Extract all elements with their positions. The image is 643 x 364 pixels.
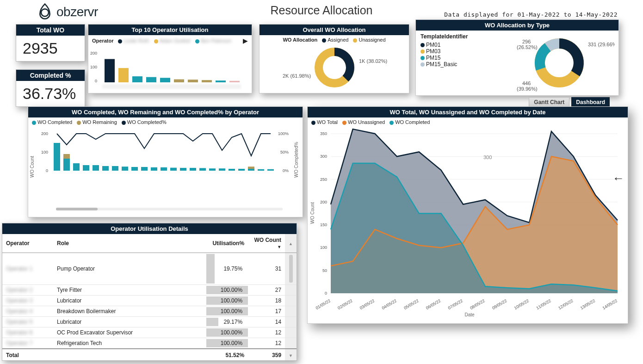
svg-rect-45 — [199, 168, 206, 171]
svg-rect-7 — [160, 78, 170, 82]
svg-text:50%: 50% — [280, 150, 289, 154]
svg-text:296(26.52%): 296(26.52%) — [517, 39, 538, 50]
svg-rect-49 — [238, 169, 245, 171]
byop-title: WO Completed, WO Remaining and WO Comple… — [28, 107, 303, 117]
svg-rect-31 — [63, 154, 70, 159]
card-overall-allocation: Overall WO Allocation WO Allocation Assi… — [259, 24, 409, 93]
svg-rect-38 — [131, 167, 138, 171]
svg-rect-10 — [202, 80, 212, 82]
svg-text:200: 200 — [320, 200, 327, 204]
overall-legend: WO Allocation Assigned Unassigned — [260, 35, 409, 44]
svg-rect-48 — [229, 169, 235, 171]
svg-text:2K (61.98%): 2K (61.98%) — [283, 73, 311, 79]
top10-title: Top 10 Operator Utilisation — [88, 25, 252, 35]
svg-rect-53 — [267, 169, 274, 171]
svg-text:08/05/22: 08/05/22 — [469, 298, 485, 310]
svg-text:0: 0 — [46, 168, 48, 173]
svg-rect-36 — [112, 166, 118, 171]
byop-chart: WO Count WO Completed% 200 100 0 100% 50… — [28, 127, 303, 215]
svg-rect-34 — [93, 165, 99, 171]
bydate-chart: WO Count Date 300 01/05/2202/05/2203/05/… — [308, 127, 629, 319]
svg-text:13/05/22: 13/05/22 — [580, 298, 596, 310]
gantt-chart-button[interactable]: Gantt Chart — [529, 97, 569, 107]
chevron-right-icon[interactable]: ▶ — [243, 37, 248, 44]
scroll-down-icon[interactable]: ▼ — [289, 353, 293, 358]
overall-donut: 2K (61.98%) 1K (38.02%) — [260, 44, 410, 91]
svg-rect-40 — [151, 167, 157, 171]
svg-text:Date: Date — [464, 312, 475, 317]
svg-rect-4 — [118, 68, 129, 82]
kpi-total-wo: Total WO 2935 — [16, 24, 85, 62]
svg-rect-44 — [190, 168, 196, 171]
svg-text:0: 0 — [325, 291, 327, 296]
svg-text:07/05/22: 07/05/22 — [447, 298, 464, 310]
svg-text:300: 300 — [483, 154, 492, 160]
card-operator-utilisation-details: Operator Utilisation Details Operator Ro… — [2, 223, 297, 361]
svg-text:06/05/22: 06/05/22 — [425, 298, 441, 310]
svg-rect-54 — [51, 175, 278, 201]
table-row[interactable]: Operator 1 Pump Operator 19.75% 31 — [2, 253, 297, 285]
card-top10-utilisation: Top 10 Operator Utilisation Operator Les… — [88, 24, 252, 93]
svg-rect-52 — [258, 169, 264, 171]
svg-text:02/05/22: 02/05/22 — [337, 298, 353, 310]
table-title: Operator Utilisation Details — [2, 223, 297, 234]
svg-text:10/05/22: 10/05/22 — [513, 298, 530, 310]
svg-text:1K (38.02%): 1K (38.02%) — [359, 58, 387, 64]
svg-rect-30 — [63, 159, 70, 171]
arrow-left-icon[interactable]: ← — [612, 171, 624, 185]
bytype-donut: 331 (29.66%) 296(26.52%) 446(39.96%) — [481, 31, 615, 94]
svg-text:100: 100 — [320, 245, 327, 250]
svg-rect-8 — [174, 80, 184, 83]
svg-text:250: 250 — [320, 177, 327, 182]
brand-name: obzervr — [56, 5, 98, 19]
table-row[interactable]: Operator 6 OC Prod Excavator Supervisor … — [2, 327, 297, 338]
svg-text:WO Count: WO Count — [30, 156, 35, 178]
svg-rect-33 — [83, 165, 89, 171]
kpi-completed-pct-label: Completed % — [16, 70, 85, 81]
kpi-total-wo-label: Total WO — [16, 25, 85, 36]
kpi-total-wo-value: 2935 — [16, 36, 85, 61]
card-completed-by-operator: WO Completed, WO Remaining and WO Comple… — [28, 106, 303, 217]
svg-text:200: 200 — [41, 131, 48, 136]
svg-text:0%: 0% — [283, 168, 289, 173]
svg-rect-32 — [73, 163, 80, 171]
svg-rect-50 — [248, 169, 254, 171]
scroll-up-icon[interactable]: ▲ — [289, 241, 293, 246]
svg-text:14/05/22: 14/05/22 — [602, 298, 618, 310]
byop-legend: WO Completed WO Remaining WO Completed% — [28, 117, 303, 127]
svg-rect-11 — [216, 80, 226, 82]
svg-rect-6 — [146, 77, 156, 82]
col-role[interactable]: Role — [53, 234, 206, 253]
svg-text:0: 0 — [95, 79, 97, 83]
svg-text:09/05/22: 09/05/22 — [491, 298, 507, 310]
svg-rect-9 — [188, 80, 198, 82]
svg-text:11/05/22: 11/05/22 — [536, 298, 552, 310]
top10-legend: Operator Leslie Roth Adam Goebel Ben Pat… — [88, 35, 252, 46]
svg-rect-43 — [180, 168, 186, 171]
svg-rect-46 — [209, 168, 216, 171]
bytype-legend: TemplateIdentifier PM01 PM03 PM15 PM15_B… — [416, 31, 481, 94]
top10-bar-chart: 200 100 0 — [88, 46, 248, 90]
svg-text:331 (29.66%): 331 (29.66%) — [588, 42, 615, 47]
svg-rect-37 — [122, 167, 128, 171]
bydate-legend: WO Total WO Unassigned WO Completed — [308, 117, 628, 127]
svg-text:05/05/22: 05/05/22 — [403, 298, 419, 310]
col-utilisation[interactable]: Utilisation% — [206, 234, 248, 253]
table-row[interactable]: Operator 2 Tyre Fitter 100.00% 27 — [2, 285, 297, 296]
col-operator[interactable]: Operator — [2, 234, 53, 253]
table-row[interactable]: Operator 5 Lubricator 29.17% 14 — [2, 317, 297, 327]
svg-rect-51 — [248, 167, 254, 169]
svg-rect-3 — [105, 59, 115, 82]
col-wo-count[interactable]: WO Count▼ — [248, 234, 285, 253]
table-total-row: Total 51.52% 359 ▼ — [2, 349, 297, 360]
sort-desc-icon: ▼ — [277, 245, 281, 249]
table-row[interactable]: Operator 4 Breakdown Boilermaker 100.00%… — [2, 306, 297, 317]
svg-text:150: 150 — [320, 222, 327, 227]
table-row[interactable]: Operator 7 Refrigeration Tech 100.00% 12 — [2, 338, 297, 349]
view-toggle: Gantt Chart Dashboard — [529, 97, 610, 107]
table-row[interactable]: Operator 3 Lubricator 100.00% 18 — [2, 296, 297, 306]
svg-rect-35 — [102, 166, 109, 171]
dashboard-button[interactable]: Dashboard — [571, 97, 610, 107]
svg-text:446(39.96%): 446(39.96%) — [517, 80, 538, 92]
table-header-row: Operator Role Utilisation% WO Count▼ ▲ — [2, 234, 297, 253]
